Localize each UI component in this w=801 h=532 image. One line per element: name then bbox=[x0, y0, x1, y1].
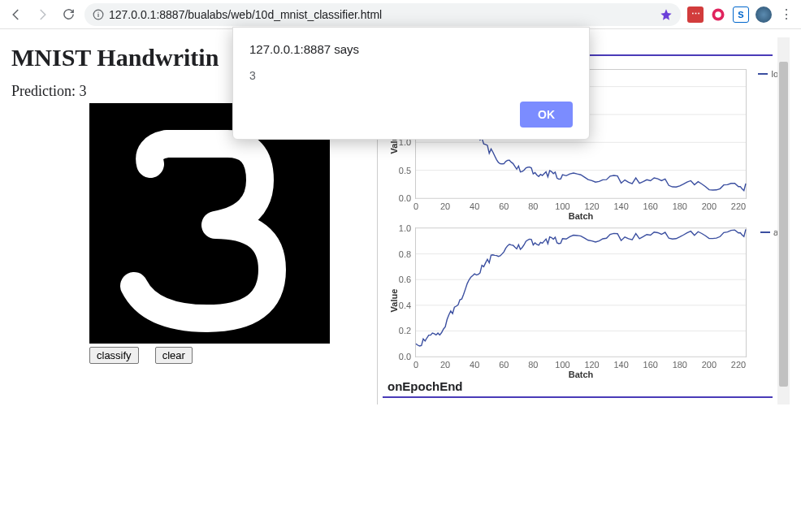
alert-dialog: 127.0.0.1:8887 says 3 OK bbox=[232, 27, 590, 140]
reload-button[interactable] bbox=[58, 5, 78, 24]
extension-icon[interactable]: ⋯ bbox=[687, 6, 704, 23]
svg-text:0.0: 0.0 bbox=[399, 352, 411, 361]
svg-text:220: 220 bbox=[731, 201, 746, 211]
svg-text:160: 160 bbox=[643, 360, 658, 370]
svg-point-4 bbox=[715, 11, 721, 18]
svg-text:180: 180 bbox=[673, 360, 687, 370]
svg-text:0.5: 0.5 bbox=[399, 166, 411, 175]
svg-text:40: 40 bbox=[470, 360, 479, 370]
extension-icon[interactable] bbox=[756, 6, 772, 23]
svg-text:120: 120 bbox=[584, 201, 599, 211]
svg-text:20: 20 bbox=[440, 201, 450, 211]
scrollbar-thumb[interactable] bbox=[779, 62, 788, 387]
svg-text:0: 0 bbox=[413, 201, 418, 211]
address-bar[interactable]: 127.0.0.1:8887/bualabs/web/10d_mnist_cla… bbox=[84, 3, 681, 26]
svg-text:1.0: 1.0 bbox=[399, 223, 411, 233]
classify-button[interactable]: classify bbox=[89, 347, 139, 364]
svg-text:80: 80 bbox=[528, 201, 538, 211]
svg-text:140: 140 bbox=[614, 201, 629, 211]
svg-text:60: 60 bbox=[499, 201, 509, 211]
svg-text:100: 100 bbox=[555, 360, 569, 370]
svg-text:120: 120 bbox=[584, 360, 599, 370]
extension-icon[interactable]: S bbox=[733, 6, 749, 23]
epoch-section-header: onEpochEnd bbox=[383, 379, 773, 398]
svg-point-2 bbox=[97, 11, 98, 12]
svg-text:0.8: 0.8 bbox=[399, 249, 411, 259]
svg-text:200: 200 bbox=[702, 360, 717, 370]
svg-text:0.6: 0.6 bbox=[399, 275, 411, 284]
svg-text:0.0: 0.0 bbox=[399, 193, 411, 203]
svg-text:0: 0 bbox=[413, 360, 418, 370]
svg-text:80: 80 bbox=[528, 360, 538, 370]
svg-text:220: 220 bbox=[731, 360, 746, 370]
forward-button[interactable] bbox=[32, 5, 52, 24]
svg-text:0.4: 0.4 bbox=[399, 301, 411, 310]
vertical-scrollbar[interactable] bbox=[777, 37, 790, 404]
clear-button[interactable]: clear bbox=[155, 347, 193, 364]
x-axis-label: Batch bbox=[415, 211, 747, 221]
svg-text:140: 140 bbox=[614, 360, 629, 370]
svg-text:200: 200 bbox=[702, 201, 717, 211]
alert-ok-button[interactable]: OK bbox=[520, 102, 573, 128]
svg-text:60: 60 bbox=[499, 360, 509, 370]
browser-toolbar: 127.0.0.1:8887/bualabs/web/10d_mnist_cla… bbox=[0, 0, 801, 29]
acc-chart: Value acc 0.00.20.40.60.81.0020406080100… bbox=[383, 221, 789, 379]
extension-icon[interactable] bbox=[710, 6, 726, 23]
svg-text:20: 20 bbox=[440, 360, 450, 370]
alert-title: 127.0.0.1:8887 says bbox=[249, 42, 573, 56]
info-icon bbox=[93, 9, 104, 20]
alert-message: 3 bbox=[249, 69, 573, 82]
y-axis-label: Value bbox=[389, 288, 399, 312]
browser-menu-button[interactable]: ⋮ bbox=[778, 6, 795, 22]
svg-text:0.2: 0.2 bbox=[399, 326, 411, 335]
svg-text:100: 100 bbox=[555, 201, 569, 211]
svg-text:180: 180 bbox=[673, 201, 687, 211]
back-button[interactable] bbox=[6, 5, 26, 24]
svg-text:160: 160 bbox=[643, 201, 658, 211]
svg-text:40: 40 bbox=[470, 201, 479, 211]
url-text: 127.0.0.1:8887/bualabs/web/10d_mnist_cla… bbox=[109, 8, 655, 21]
x-axis-label: Batch bbox=[415, 370, 747, 379]
bookmark-star-icon[interactable] bbox=[660, 8, 673, 21]
